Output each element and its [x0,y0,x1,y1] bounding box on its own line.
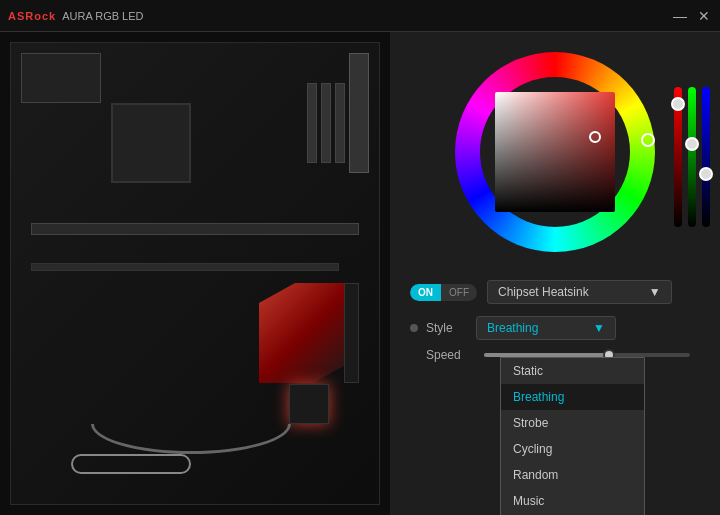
mb-heatsink-side [344,283,359,383]
wheel-ring-cursor [641,133,655,147]
mb-ram-2 [321,83,331,163]
style-label: Style [426,321,476,335]
mb-connector [71,454,191,474]
close-button[interactable]: ✕ [696,8,712,24]
color-square[interactable] [495,92,615,212]
left-panel [0,32,390,515]
main-content: ON OFF Chipset Heatsink ▼ Style Breathin… [0,32,720,515]
right-panel: ON OFF Chipset Heatsink ▼ Style Breathin… [390,32,720,515]
mb-heatsink-red [259,283,349,383]
dropdown-item-cycling[interactable]: Cycling [501,436,644,462]
toggle-row: ON OFF Chipset Heatsink ▼ [410,280,700,304]
header-dropdown-label: Chipset Heatsink [498,285,589,299]
mb-pcie-1 [31,223,359,235]
dropdown-item-random[interactable]: Random [501,462,644,488]
window-controls: — ✕ [672,8,712,24]
mb-io-shield [349,53,369,173]
motherboard-image [0,32,390,515]
speed-label: Speed [426,348,484,362]
style-dot [410,324,418,332]
style-value: Breathing [487,321,538,335]
rgb-sliders [674,87,710,247]
toggle-on-label: ON [410,284,441,301]
style-dropdown-arrow: ▼ [593,321,605,335]
style-row: Style Breathing ▼ [410,316,700,340]
power-toggle[interactable]: ON OFF [410,284,477,301]
color-wheel-container[interactable] [455,52,655,252]
red-slider-track[interactable] [674,87,682,227]
titlebar: ASRock AURA RGB LED — ✕ [0,0,720,32]
red-slider-thumb[interactable] [671,97,685,111]
minimize-button[interactable]: — [672,8,688,24]
mb-chipset [289,384,329,424]
dropdown-item-strobe[interactable]: Strobe [501,410,644,436]
dropdown-item-music[interactable]: Music [501,488,644,514]
header-dropdown-arrow: ▼ [649,285,661,299]
mb-ram-1 [307,83,317,163]
header-dropdown[interactable]: Chipset Heatsink ▼ [487,280,672,304]
mb-cpu [111,103,191,183]
mb-top-heatsink [21,53,101,103]
green-slider-track[interactable] [688,87,696,227]
mb-ram-3 [335,83,345,163]
mb-pcie-2 [31,263,339,271]
mb-body [10,42,380,505]
blue-slider-thumb[interactable] [699,167,713,181]
color-square-cursor [589,131,601,143]
app-logo: ASRock [8,10,56,22]
dropdown-item-static[interactable]: Static [501,358,644,384]
titlebar-left: ASRock AURA RGB LED [8,10,144,22]
blue-slider-track[interactable] [702,87,710,227]
color-wheel-inner [480,77,630,227]
app-title: AURA RGB LED [62,10,143,22]
style-dropdown-menu: Static Breathing Strobe Cycling Random M… [500,357,645,515]
toggle-off-label: OFF [441,284,477,301]
style-dropdown[interactable]: Breathing ▼ [476,316,616,340]
mb-cable [91,394,291,454]
dropdown-item-breathing[interactable]: Breathing [501,384,644,410]
green-slider-thumb[interactable] [685,137,699,151]
